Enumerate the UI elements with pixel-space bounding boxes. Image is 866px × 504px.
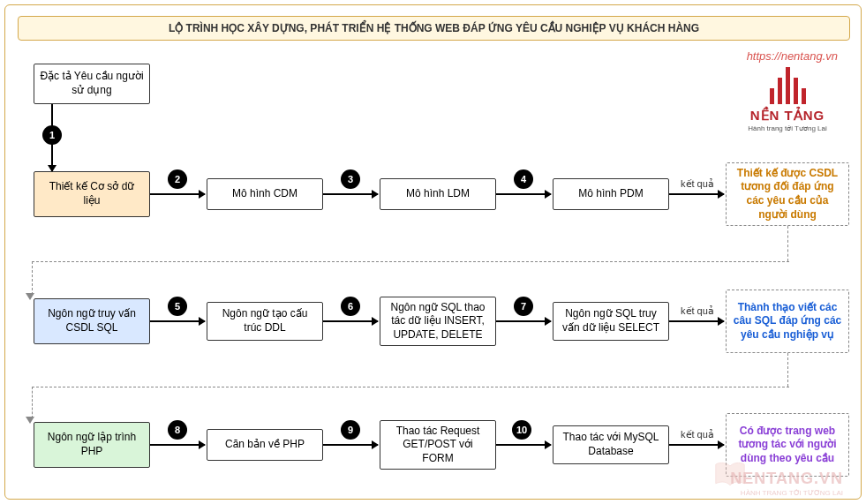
step-2: 2 [168,169,187,189]
edge-label-2: kết quả [679,305,716,317]
arrow-9 [323,444,378,446]
diagram-title: LỘ TRÌNH HỌC XÂY DỰNG, PHÁT TRIỂN HỆ THỐ… [18,16,850,41]
node-db-design: Thiết kế Cơ sở dữ liệu [34,171,150,217]
edge-label-1: kết quả [679,178,716,190]
arrow-r1 [669,193,724,195]
node-form: Thao tác Request GET/POST với FORM [380,420,496,470]
arrow-3 [323,193,378,195]
arrow-8 [150,444,205,446]
source-url: https://nentang.vn [747,49,838,63]
logo: NỀN TẢNG Hành trang tới Tương Lai [739,67,836,132]
step-10: 10 [512,420,531,440]
node-dml: Ngôn ngữ SQL thao tác dữ liệu INSERT, UP… [380,297,496,346]
diagram-frame: LỘ TRÌNH HỌC XÂY DỰNG, PHÁT TRIỂN HỆ THỐ… [4,4,862,500]
arrow-6 [323,320,378,322]
node-result-2: Thành thạo viết các câu SQL đáp ứng các … [726,290,849,353]
step-7: 7 [514,297,533,316]
node-pdm: Mô hình PDM [553,178,669,210]
step-3: 3 [341,169,360,189]
arrow-r2 [669,320,724,322]
watermark-sub: HÀNH TRANG TỚI TƯƠNG LAI [741,489,843,497]
step-5: 5 [168,297,187,316]
arrow-10 [496,444,551,446]
arrow-r3 [669,444,724,446]
logo-name: NỀN TẢNG [739,108,836,124]
arrow-7 [496,320,551,322]
step-1: 1 [42,125,62,145]
node-php-basic: Căn bản về PHP [207,429,323,461]
node-select: Ngôn ngữ SQL truy vấn dữ liệu SELECT [553,302,669,341]
arrow-2 [150,193,205,195]
node-requirements: Đặc tả Yêu cầu người sử dụng [34,64,150,104]
node-php: Ngôn ngữ lập trình PHP [34,422,150,468]
arrow-5 [150,320,205,322]
node-sql: Ngôn ngữ truy vấn CSDL SQL [34,298,150,344]
step-6: 6 [341,297,360,316]
step-9: 9 [341,420,360,440]
step-8: 8 [168,420,187,440]
node-ldm: Mô hình LDM [380,178,496,210]
node-result-1: Thiết kế được CSDL tương đối đáp ứng các… [726,162,849,226]
logo-tagline: Hành trang tới Tương Lai [739,124,836,132]
node-cdm: Mô hình CDM [207,178,323,210]
arrow-4 [496,193,551,195]
edge-label-3: kết quả [679,429,716,440]
step-4: 4 [514,169,533,189]
node-ddl: Ngôn ngữ tạo cấu trúc DDL [207,302,323,341]
logo-icon [739,67,836,104]
watermark-text: NENTANG.VN [730,470,843,488]
node-mysql: Thao tác với MySQL Database [553,425,669,464]
